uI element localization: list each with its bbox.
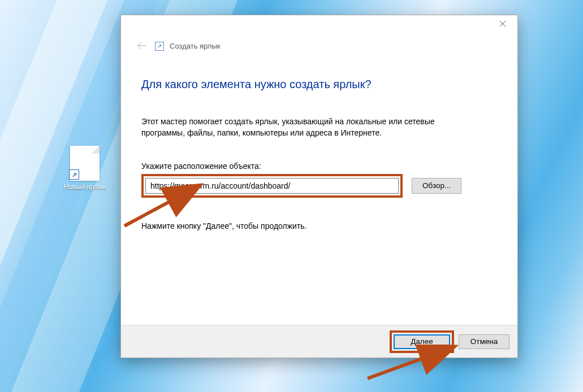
next-button[interactable]: Далее [394,334,450,349]
browse-button[interactable]: Обзор... [412,178,461,194]
cancel-button[interactable]: Отмена [459,334,509,349]
create-shortcut-dialog: 🡠 ↗ Создать ярлык Для какого элемента ну… [120,15,518,358]
highlight-annotation-next: Далее [390,330,454,353]
description-text: Этот мастер помогает создать ярлык, указ… [141,116,458,139]
desktop-icon-label: Новый ярлык [62,183,107,191]
dialog-title: Создать ярлык [170,42,220,50]
highlight-annotation-input [141,174,403,198]
dialog-header: 🡠 ↗ Создать ярлык [121,34,517,52]
shortcut-mini-icon: ↗ [155,42,164,51]
page-heading: Для какого элемента нужно создать ярлык? [141,78,497,91]
titlebar [121,15,517,34]
close-button[interactable] [490,15,515,32]
desktop-shortcut-icon[interactable]: ↗ Новый ярлык [62,146,107,191]
location-label: Укажите расположение объекта: [141,162,497,171]
dialog-content: Для какого элемента нужно создать ярлык?… [121,52,517,230]
shortcut-arrow-icon: ↗ [69,169,79,180]
location-input[interactable] [145,178,399,194]
dialog-footer: Далее Отмена [121,325,517,358]
back-arrow-icon[interactable]: 🡠 [135,40,149,52]
continue-hint: Нажмите кнопку "Далее", чтобы продолжить… [141,221,497,230]
close-icon [499,20,506,27]
